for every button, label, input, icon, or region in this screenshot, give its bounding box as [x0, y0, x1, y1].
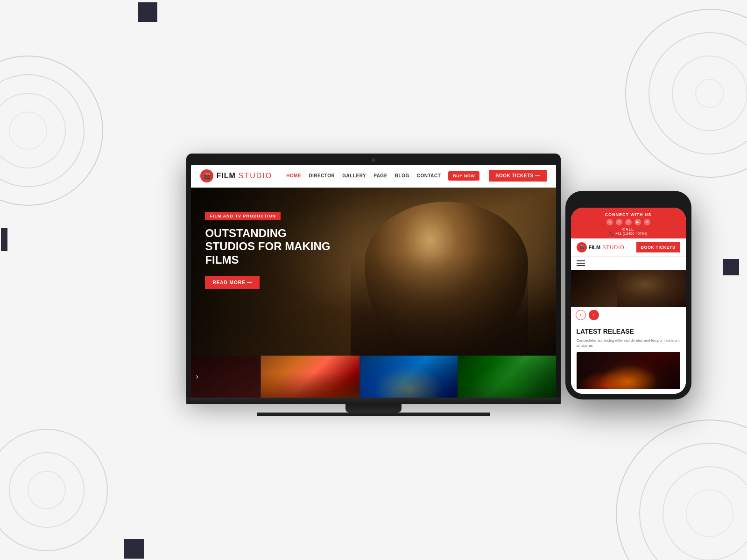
mobile-latest-desc: Consectetur adipiscing elitw sed do eius… [577, 338, 680, 348]
hero-content: FILM AND TV PRODUCTION OUTSTANDING STUDI… [191, 188, 556, 356]
mobile-device: CONNECT WITH US 𝕏 ○ f ▶ in CALL 📞 +81 (1… [565, 191, 691, 399]
mobile-logo-studio: STUDIO [602, 245, 625, 250]
laptop-screen: 🎬 FILM STUDIO HOME DIRECTOR GALLERY PAGE… [191, 165, 556, 398]
nav-contact[interactable]: CONTACT [417, 173, 441, 178]
mobile-screen: CONNECT WITH US 𝕏 ○ f ▶ in CALL 📞 +81 (1… [571, 208, 686, 394]
laptop-logo: 🎬 FILM STUDIO [200, 169, 272, 182]
slide-2 [359, 356, 458, 398]
laptop-logo-icon: 🎬 [200, 169, 213, 182]
hero-tag: FILM AND TV PRODUCTION [205, 212, 281, 220]
mobile-menu-bar [571, 256, 686, 270]
laptop-logo-film: FILM [216, 172, 235, 180]
nav-blog[interactable]: BLOG [395, 173, 409, 178]
site-nav: HOME DIRECTOR GALLERY PAGE BLOG CONTACT … [286, 171, 479, 181]
mobile-movie-thumbnail [577, 352, 680, 389]
mobile-hero: OUTSTANDING STUDIOS FOR MAKING FILMS [571, 270, 686, 307]
slide-arrow-left[interactable]: › [196, 372, 198, 381]
facebook-icon[interactable]: f [625, 219, 632, 225]
buy-now-button[interactable]: BUY NOW [448, 171, 479, 181]
linkedin-icon[interactable]: in [644, 219, 650, 225]
site-header: 🎬 FILM STUDIO HOME DIRECTOR GALLERY PAGE… [191, 165, 556, 188]
hero-title: OUTSTANDING STUDIOS FOR MAKING FILMS [205, 227, 336, 267]
mobile-social-icons: 𝕏 ○ f ▶ in [577, 219, 680, 225]
nav-director[interactable]: DIRECTOR [309, 173, 335, 178]
nav-page[interactable]: PAGE [374, 173, 388, 178]
mobile-logo-icon: 🎬 [577, 242, 587, 252]
website: 🎬 FILM STUDIO HOME DIRECTOR GALLERY PAGE… [191, 165, 556, 398]
mobile-next-button[interactable]: › [589, 310, 599, 320]
laptop-base [186, 398, 560, 404]
mobile-connect-text: CONNECT WITH US [577, 212, 680, 217]
read-more-button[interactable]: READ MORE — [205, 276, 260, 289]
mobile-logo: 🎬 FILM STUDIO [577, 242, 625, 252]
mobile-top-bar: CONNECT WITH US 𝕏 ○ f ▶ in CALL 📞 +81 (1… [571, 208, 686, 238]
slide-3 [458, 356, 556, 398]
mobile-call-label: CALL [577, 227, 680, 231]
laptop-foot [257, 413, 490, 416]
slide-prev[interactable]: › [191, 356, 261, 398]
twitter-icon[interactable]: 𝕏 [606, 219, 613, 225]
slide-section: › [191, 356, 556, 398]
laptop-logo-studio: STUDIO [239, 172, 272, 180]
laptop-camera [372, 158, 375, 162]
mobile-prev-button[interactable]: ‹ [576, 310, 586, 320]
mobile-latest-title: LATEST RELEASE [577, 328, 680, 335]
mobile-latest-section: LATEST RELEASE Consectetur adipiscing el… [571, 323, 686, 394]
mobile-phone-number: 📞 +81 (12456-45784) [577, 231, 680, 236]
slide-1 [261, 356, 359, 398]
laptop-mockup: 🎬 FILM STUDIO HOME DIRECTOR GALLERY PAGE… [186, 154, 560, 416]
mobile-logo-film: FILM [589, 245, 601, 250]
mobile-book-tickets-button[interactable]: BOOK TICKETS [636, 242, 680, 252]
nav-home[interactable]: HOME [286, 173, 301, 178]
hamburger-line-2 [577, 263, 585, 264]
hamburger-menu[interactable] [577, 260, 585, 266]
hamburger-line-3 [577, 265, 585, 266]
book-tickets-button[interactable]: BOOK TICKETS — [489, 170, 546, 182]
instagram-icon[interactable]: ○ [616, 219, 622, 225]
mobile-logo-bar: 🎬 FILM STUDIO BOOK TICKETS [571, 238, 686, 256]
mobile-slider-nav: ‹ › [571, 307, 686, 323]
hero-section: FILM AND TV PRODUCTION OUTSTANDING STUDI… [191, 188, 556, 356]
mobile-notch [610, 196, 647, 206]
nav-gallery[interactable]: GALLERY [342, 173, 366, 178]
hamburger-line-1 [577, 260, 585, 261]
youtube-icon[interactable]: ▶ [634, 219, 641, 225]
laptop-stand [345, 404, 402, 413]
